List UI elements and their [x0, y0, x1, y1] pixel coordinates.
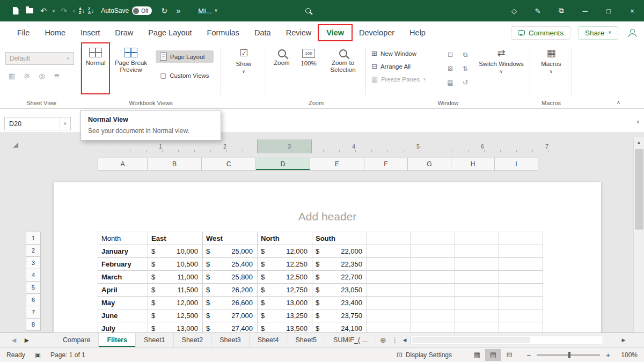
collapse-ribbon-icon[interactable]: ∧ — [617, 99, 620, 105]
tab-view[interactable]: View — [319, 25, 352, 40]
column-header-c[interactable]: C — [201, 158, 256, 171]
cell-empty[interactable] — [455, 284, 499, 297]
sheet-tab-compare[interactable]: Compare — [55, 333, 99, 347]
share-button[interactable]: Share ∨ — [578, 26, 618, 40]
zoom-in-button[interactable]: + — [604, 351, 612, 359]
maximize-button[interactable]: □ — [597, 0, 620, 21]
cell-month[interactable]: June — [98, 309, 148, 322]
tab-file[interactable]: File — [10, 25, 37, 40]
vertical-scrollbar[interactable]: ▲ — [633, 137, 644, 333]
cell-empty[interactable] — [499, 322, 543, 333]
cell-empty[interactable] — [411, 245, 455, 258]
row-header-6[interactable]: 6 — [26, 293, 41, 306]
draw-pencil-icon[interactable]: ✎ — [526, 0, 550, 21]
cell-value[interactable]: $23,400 — [312, 297, 367, 309]
vertical-scrollbar-thumb[interactable] — [635, 149, 643, 230]
tab-formulas[interactable]: Formulas — [200, 25, 247, 40]
column-header-b[interactable]: B — [147, 158, 202, 171]
cell-month[interactable]: April — [98, 284, 148, 297]
new-sheet-button[interactable]: ⊕ — [376, 333, 390, 347]
cell-value[interactable]: $25,000 — [203, 245, 258, 258]
sheet-nav-left-icon[interactable]: ◀ — [8, 333, 20, 347]
cell-empty[interactable] — [411, 271, 455, 284]
cell-empty[interactable] — [367, 232, 411, 245]
cell-empty[interactable] — [411, 322, 455, 333]
redo-button[interactable]: ↷ — [57, 3, 71, 18]
expand-formula-bar-icon[interactable]: ∨ — [636, 119, 640, 124]
cell-empty[interactable] — [367, 297, 411, 309]
column-header-e[interactable]: E — [310, 158, 364, 171]
sheet-nav-right-icon[interactable]: ▶ — [20, 333, 33, 347]
tabbar-kebab-icon[interactable]: ⋮ — [390, 333, 400, 347]
tab-developer[interactable]: Developer — [352, 25, 402, 40]
macros-button[interactable]: ▦ Macros ∨ — [535, 44, 567, 91]
sheet-view-options-icon[interactable]: ≣ — [50, 70, 63, 81]
switch-windows-button[interactable]: ⇄ Switch Windows ∨ — [479, 44, 524, 91]
display-settings-button[interactable]: ⊡ Display Settings — [397, 351, 452, 359]
zoom-slider-thumb[interactable] — [568, 352, 570, 358]
hscroll-left-icon[interactable]: ◀ — [400, 333, 409, 347]
cell-empty[interactable] — [499, 271, 543, 284]
custom-views-button[interactable]: ▢ Custom Views — [156, 70, 214, 81]
zoom-out-button[interactable]: − — [525, 351, 532, 359]
cell-header[interactable]: East — [148, 232, 203, 245]
hscroll-right-icon[interactable]: ▶ — [618, 333, 629, 347]
cell-empty[interactable] — [499, 284, 543, 297]
cell-month[interactable]: May — [98, 297, 148, 309]
sheet-tab-sheet1[interactable]: Sheet1 — [136, 333, 174, 347]
cell-empty[interactable] — [455, 297, 499, 309]
zoom-percent[interactable]: 100% — [618, 351, 638, 359]
cell-value[interactable]: $23,050 — [312, 284, 367, 297]
cell-value[interactable]: $27,000 — [203, 309, 258, 322]
tab-home[interactable]: Home — [37, 25, 73, 40]
close-button[interactable]: × — [620, 0, 644, 21]
cell-empty[interactable] — [411, 297, 455, 309]
sheet-tab-sumif[interactable]: SUMIF_( ... — [325, 333, 376, 347]
cell-empty[interactable] — [411, 232, 455, 245]
row-header-4[interactable]: 4 — [26, 269, 41, 282]
sheet-tab-sheet3[interactable]: Sheet3 — [211, 333, 250, 347]
document-title[interactable]: MI... ∨ — [198, 7, 217, 15]
cell-value[interactable]: $11,000 — [148, 271, 203, 284]
sheet-tab-sheet4[interactable]: Sheet4 — [250, 333, 288, 347]
add-header-placeholder[interactable]: Add header — [54, 210, 601, 223]
zoom-to-selection-button[interactable]: Zoom to Selection — [322, 44, 364, 91]
column-header-a[interactable]: A — [98, 158, 148, 171]
column-header-h[interactable]: H — [451, 158, 495, 171]
horizontal-scrollbar[interactable] — [411, 336, 603, 344]
more-commands-icon[interactable]: » — [171, 3, 185, 18]
tab-insert[interactable]: Insert — [73, 25, 107, 40]
cell-empty[interactable] — [455, 322, 499, 333]
zoom-slider[interactable] — [537, 354, 600, 356]
sync-icon[interactable]: ↻ — [157, 3, 171, 18]
sheet-view-dropdown[interactable]: Default ∨ — [5, 52, 74, 65]
unhide-icon[interactable]: ▤ — [444, 77, 456, 88]
cell-value[interactable]: $22,700 — [312, 271, 367, 284]
cell-empty[interactable] — [499, 258, 543, 271]
name-box-dropdown-icon[interactable]: ∨ — [60, 117, 70, 130]
page-layout-view-button[interactable]: Page Layout — [156, 50, 214, 63]
cell-empty[interactable] — [411, 258, 455, 271]
row-header-7[interactable]: 7 — [26, 306, 41, 319]
cell-header[interactable]: West — [203, 232, 258, 245]
search-icon[interactable] — [301, 3, 315, 18]
cell-header[interactable]: Month — [98, 232, 148, 245]
zoom-100-button[interactable]: 100 100% — [295, 44, 322, 91]
cell-empty[interactable] — [455, 232, 499, 245]
cell-header[interactable]: South — [312, 232, 367, 245]
cell-empty[interactable] — [411, 284, 455, 297]
tab-page-layout[interactable]: Page Layout — [141, 25, 199, 40]
new-sheet-view-icon[interactable]: ◎ — [35, 70, 48, 81]
freeze-panes-button[interactable]: ▦ Freeze Panes ∨ — [371, 75, 444, 84]
tab-help[interactable]: Help — [402, 25, 433, 40]
cell-empty[interactable] — [367, 271, 411, 284]
open-folder-icon[interactable] — [23, 3, 36, 18]
redo-dropdown-icon[interactable]: ∨ — [71, 3, 77, 18]
row-header-2[interactable]: 2 — [26, 244, 41, 257]
gem-icon[interactable]: ◇ — [502, 0, 526, 21]
view-page-layout-button[interactable]: ▤ — [485, 349, 501, 361]
column-header-g[interactable]: G — [407, 158, 451, 171]
undo-button[interactable]: ↶ — [36, 3, 50, 18]
cell-empty[interactable] — [499, 309, 543, 322]
cell-empty[interactable] — [367, 309, 411, 322]
